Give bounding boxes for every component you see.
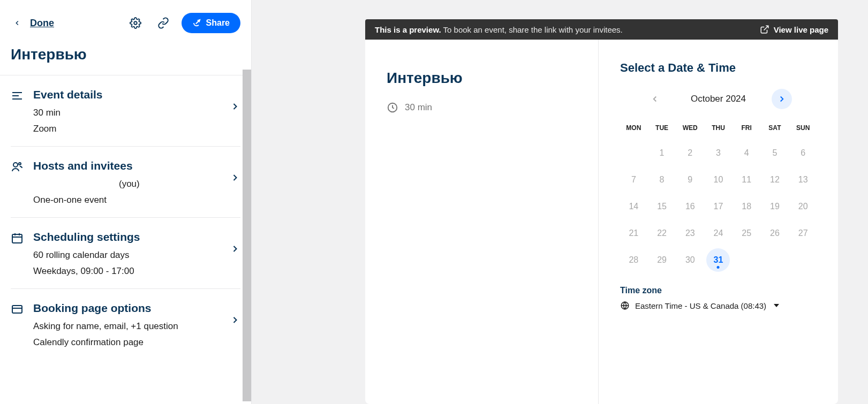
section-title: Hosts and invitees [33, 159, 240, 172]
link-icon [157, 17, 169, 29]
svg-point-4 [13, 163, 18, 167]
booking-duration: 30 min [387, 102, 577, 113]
calendar-day-disabled: 2 [676, 141, 704, 165]
calendar-day-disabled: 7 [620, 168, 647, 192]
calendar-day-disabled: 22 [648, 222, 676, 245]
share-label: Share [206, 18, 230, 28]
booking-card: Интервью 30 min Select a Date & Time Oct… [365, 40, 838, 404]
section-title: Booking page options [33, 302, 240, 315]
calendar-day-disabled: 15 [648, 195, 676, 218]
card-icon [11, 303, 24, 316]
timezone-block: Time zone Eastern Time - US & Canada (08… [620, 286, 817, 310]
scheduling-hours: Weekdays, 09:00 - 17:00 [33, 266, 240, 277]
booking-confirmation: Calendly confirmation page [33, 337, 240, 348]
day-of-week: TUE [648, 120, 676, 138]
host-type: One-on-one event [33, 195, 240, 205]
details-icon [11, 89, 24, 102]
calendar-day-disabled: 3 [705, 141, 732, 165]
calendar-day-disabled: 29 [648, 248, 676, 272]
timezone-value: Eastern Time - US & Canada (08:43) [635, 301, 766, 310]
calendar-panel: Select a Date & Time October 2024 MONTUE… [599, 40, 838, 404]
view-live-link[interactable]: View live page [760, 25, 828, 34]
calendar-day-disabled: 17 [705, 195, 732, 218]
section-title: Scheduling settings [33, 231, 240, 243]
calendar-day-disabled: 13 [789, 168, 817, 192]
section-title: Event details [33, 88, 240, 101]
calendar-day-disabled: 27 [789, 222, 817, 245]
calendar-day-disabled: 6 [789, 141, 817, 165]
calendar-day-disabled: 16 [676, 195, 704, 218]
prev-month-button[interactable] [645, 89, 665, 109]
detail-location: Zoom [33, 124, 240, 134]
calendar-day-disabled: 28 [620, 248, 647, 272]
booking-summary: Интервью 30 min [365, 40, 599, 404]
detail-duration: 30 min [33, 108, 240, 118]
svg-point-0 [134, 21, 137, 25]
month-navigation: October 2024 [620, 89, 817, 109]
done-link[interactable]: Done [30, 18, 54, 29]
back-button[interactable] [11, 17, 24, 29]
caret-down-icon [774, 304, 779, 307]
scheduling-range: 60 rolling calendar days [33, 250, 240, 261]
calendar-day-disabled: 14 [620, 195, 647, 218]
preview-area: This is a preview. To book an event, sha… [252, 0, 868, 404]
day-of-week: SUN [789, 120, 817, 138]
calendar-day-disabled: 5 [761, 141, 789, 165]
share-button[interactable]: Share [182, 13, 240, 33]
timezone-title: Time zone [620, 286, 817, 295]
calendar-day-available[interactable]: 31 [706, 248, 730, 272]
section-hosts[interactable]: Hosts and invitees (you) One-on-one even… [11, 147, 240, 218]
svg-line-12 [764, 26, 768, 30]
calendar-day-disabled: 4 [733, 141, 760, 165]
link-button[interactable] [154, 13, 173, 33]
preview-text: This is a preview. To book an event, sha… [375, 25, 623, 34]
calendar-day-disabled: 8 [648, 168, 676, 192]
chevron-left-icon [650, 94, 660, 104]
external-link-icon [760, 25, 769, 34]
month-label: October 2024 [691, 94, 746, 104]
chevron-right-icon [230, 101, 240, 114]
select-date-title: Select a Date & Time [620, 61, 817, 75]
calendar-day-disabled: 25 [733, 222, 760, 245]
scrollbar-thumb[interactable] [243, 70, 251, 401]
next-month-button[interactable] [772, 89, 792, 109]
calendar-icon [11, 232, 24, 245]
view-live-label: View live page [774, 25, 828, 34]
svg-point-5 [19, 163, 21, 165]
settings-button[interactable] [126, 13, 145, 33]
calendar-day-disabled: 12 [761, 168, 789, 192]
sections-list: Event details 30 min Zoom Hosts and invi… [0, 75, 251, 404]
calendar-day-disabled: 10 [705, 168, 732, 192]
day-of-week: MON [620, 120, 647, 138]
share-icon [192, 18, 202, 28]
sidebar-header: Done Share [0, 0, 251, 41]
section-event-details[interactable]: Event details 30 min Zoom [11, 75, 240, 147]
calendar-day-disabled: 23 [676, 222, 704, 245]
chevron-right-icon [777, 94, 787, 104]
section-scheduling[interactable]: Scheduling settings 60 rolling calendar … [11, 218, 240, 289]
chevron-right-icon [230, 243, 240, 256]
calendar-grid: MONTUEWEDTHUFRISATSUN1234567891011121314… [620, 120, 817, 272]
chevron-right-icon [230, 315, 240, 327]
svg-rect-6 [12, 234, 22, 243]
section-booking-page[interactable]: Booking page options Asking for name, em… [11, 289, 240, 360]
calendar-day-disabled: 20 [789, 195, 817, 218]
calendar-day-disabled: 21 [620, 222, 647, 245]
chevron-right-icon [230, 172, 240, 185]
svg-rect-10 [12, 306, 22, 313]
calendar-day-disabled: 11 [733, 168, 760, 192]
globe-icon [620, 301, 630, 310]
timezone-selector[interactable]: Eastern Time - US & Canada (08:43) [620, 301, 817, 310]
gear-icon [130, 17, 141, 29]
editor-sidebar: Done Share Интервью [0, 0, 252, 404]
event-title: Интервью [0, 41, 251, 75]
hosts-icon [11, 161, 24, 173]
day-of-week: THU [705, 120, 732, 138]
clock-icon [387, 102, 398, 113]
calendar-day-disabled: 9 [676, 168, 704, 192]
day-of-week: SAT [761, 120, 789, 138]
calendar-day-disabled: 19 [761, 195, 789, 218]
day-of-week: WED [676, 120, 704, 138]
booking-event-title: Интервью [387, 70, 577, 87]
calendar-day-disabled: 26 [761, 222, 789, 245]
